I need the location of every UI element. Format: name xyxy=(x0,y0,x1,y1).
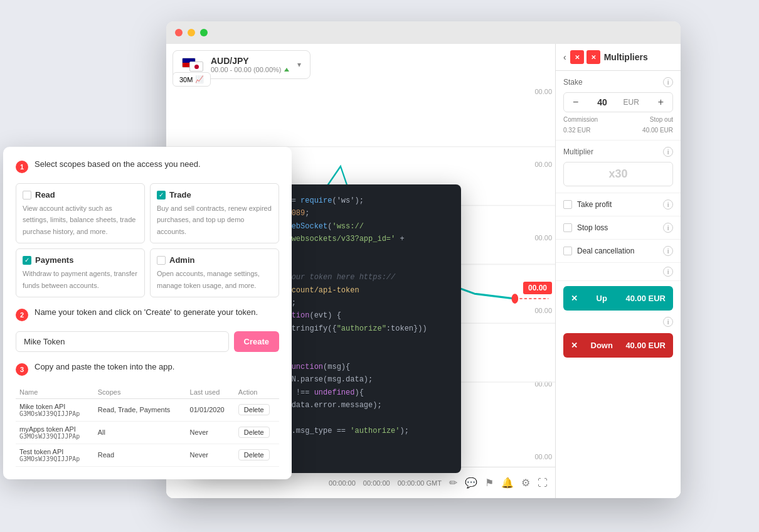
timeline-label-3: 00:00:00 GMT xyxy=(398,479,442,487)
down-button-wrapper: ✕ Down 40.00 EUR xyxy=(556,328,681,363)
take-profit-option: Take profit i xyxy=(556,193,681,216)
down-icon: ✕ xyxy=(571,341,578,350)
multiplier-value[interactable]: x30 xyxy=(563,162,673,186)
take-profit-info-icon[interactable]: i xyxy=(663,200,673,210)
chat-icon[interactable]: 💬 xyxy=(465,477,477,489)
scope-trade-name: Trade xyxy=(169,190,191,200)
scope-read-header: Read xyxy=(23,190,138,200)
down-button[interactable]: ✕ Down 40.00 EUR xyxy=(563,333,673,358)
step-3: 3 Copy and paste the token into the app. xyxy=(16,362,279,376)
stake-control: − 40 EUR + xyxy=(563,92,673,112)
col-name: Name xyxy=(16,386,94,399)
token-name-input[interactable] xyxy=(16,331,229,352)
deal-cancellation-info-icon[interactable]: i xyxy=(663,246,673,256)
pair-name: AUD/JPY xyxy=(211,56,291,66)
up-label: Up xyxy=(597,294,607,303)
jpy-flag xyxy=(189,61,203,72)
stake-increase-button[interactable]: + xyxy=(656,97,666,108)
price-range: 00.00 - 00.00 (00.00%) xyxy=(211,66,282,73)
table-row: Mike token API G3MOsWJ39QIJJPAp Read, Tr… xyxy=(16,398,279,421)
mult-icon-2: ✕ xyxy=(586,50,600,64)
multiplier-label: Multiplier i xyxy=(563,147,673,157)
chevron-down-icon[interactable]: ▾ xyxy=(297,60,301,69)
delete-myapps-token-button[interactable]: Delete xyxy=(238,427,270,438)
flag-icon[interactable]: ⚑ xyxy=(485,477,494,489)
deal-cancellation-option: Deal cancellation i xyxy=(556,240,681,263)
panel-info-row: i xyxy=(556,263,681,281)
token-name-cell: myApps token API G3MOsWJ39QIJJPAp xyxy=(16,421,94,444)
stop-loss-checkbox[interactable] xyxy=(563,223,572,232)
timeframe-control: 30M 📈 xyxy=(172,72,211,87)
scope-admin-desc: Open accounts, manage settings, manage t… xyxy=(157,270,260,289)
multipliers-panel: ‹ ✕ ✕ Multipliers Stake i xyxy=(555,44,681,498)
delete-test-token-button[interactable]: Delete xyxy=(238,449,270,460)
back-arrow-icon[interactable]: ‹ xyxy=(563,52,566,62)
scope-trade-checkbox[interactable]: ✓ xyxy=(157,191,166,200)
commission-row: Commission Stop out xyxy=(563,116,673,123)
token-name-cell: Mike token API G3MOsWJ39QIJJPAp xyxy=(16,398,94,421)
scope-payments-name: Payments xyxy=(35,255,73,265)
col-scopes: Scopes xyxy=(94,386,186,399)
stake-decrease-button[interactable]: − xyxy=(570,97,581,108)
up-amount: 40.00 EUR xyxy=(625,294,666,303)
scope-read-checkbox[interactable] xyxy=(23,191,31,200)
scope-payments-checkbox[interactable]: ✓ xyxy=(23,256,31,265)
table-header: Name Scopes Last used Action xyxy=(16,386,279,399)
table-row: myApps token API G3MOsWJ39QIJJPAp All Ne… xyxy=(16,421,279,444)
mult-icon-1: ✕ xyxy=(570,50,584,64)
down-amount: 40.00 EUR xyxy=(625,341,666,350)
scope-trade-desc: Buy and sell contracts, renew expired pu… xyxy=(157,205,272,235)
stop-loss-label: Stop loss xyxy=(577,223,658,232)
chart-icon: 📈 xyxy=(195,75,204,83)
between-btns: i xyxy=(556,316,681,328)
stop-out-value: 40.00 EUR xyxy=(642,127,673,134)
step-2-text: Name your token and click on 'Create' to… xyxy=(34,307,258,317)
stake-currency: EUR xyxy=(624,98,639,107)
take-profit-checkbox[interactable] xyxy=(563,200,572,209)
col-last-used: Last used xyxy=(186,386,235,399)
stake-label: Stake i xyxy=(563,77,673,87)
timeline-label-1: 00:00:00 xyxy=(329,479,356,487)
token-create-row: Create xyxy=(16,331,279,352)
notification-icon[interactable]: 🔔 xyxy=(501,477,514,489)
deal-cancellation-checkbox[interactable] xyxy=(563,247,572,255)
token-scopes-cell: Read, Trade, Payments xyxy=(94,398,186,421)
create-token-button[interactable]: Create xyxy=(234,331,279,352)
step-1-number: 1 xyxy=(16,161,28,173)
token-last-used-cell: Never xyxy=(186,444,235,466)
fullscreen-icon[interactable]: ⛶ xyxy=(538,477,548,489)
settings-icon[interactable]: ⚙ xyxy=(521,477,530,489)
scope-admin-checkbox[interactable] xyxy=(157,256,166,265)
col-action: Action xyxy=(235,386,279,399)
stop-loss-option: Stop loss i xyxy=(556,216,681,240)
step-1-text: Select scopes based on the access you ne… xyxy=(34,159,201,169)
table-body: Mike token API G3MOsWJ39QIJJPAp Read, Tr… xyxy=(16,398,279,466)
up-button-wrapper: ✕ Up 40.00 EUR xyxy=(556,281,681,316)
take-profit-label: Take profit xyxy=(577,200,658,209)
browser-titlebar xyxy=(166,21,681,44)
between-btns-info-icon[interactable]: i xyxy=(663,317,673,327)
draw-icon[interactable]: ✏ xyxy=(449,477,457,489)
scope-read: Read View account activity such as setti… xyxy=(16,183,145,243)
multiplier-info-icon[interactable]: i xyxy=(663,147,673,157)
price-up-arrow xyxy=(284,68,289,72)
stop-loss-info-icon[interactable]: i xyxy=(663,223,673,233)
step-3-text: Copy and paste the token into the app. xyxy=(34,362,174,371)
token-last-used-cell: Never xyxy=(186,421,235,444)
timeframe-button[interactable]: 30M 📈 xyxy=(172,72,211,87)
panel-header: ‹ ✕ ✕ Multipliers xyxy=(556,44,681,71)
panel-info-icon[interactable]: i xyxy=(663,267,673,277)
pair-info: AUD/JPY 00.00 - 00.00 (00.00%) xyxy=(211,56,291,73)
maximize-dot[interactable] xyxy=(200,29,208,36)
stake-info-icon[interactable]: i xyxy=(663,77,673,87)
stake-section: Stake i − 40 EUR + Commission Stop out xyxy=(556,71,681,141)
close-dot[interactable] xyxy=(175,29,183,36)
minimize-dot[interactable] xyxy=(188,29,195,36)
scope-admin-header: Admin xyxy=(157,255,272,265)
step-2-number: 2 xyxy=(16,309,28,321)
up-button[interactable]: ✕ Up 40.00 EUR xyxy=(563,286,673,311)
commission-value: 0.32 EUR xyxy=(563,127,590,134)
delete-mike-token-button[interactable]: Delete xyxy=(238,404,270,415)
stake-value: 40 xyxy=(597,97,607,107)
scope-trade-header: ✓ Trade xyxy=(157,190,272,200)
